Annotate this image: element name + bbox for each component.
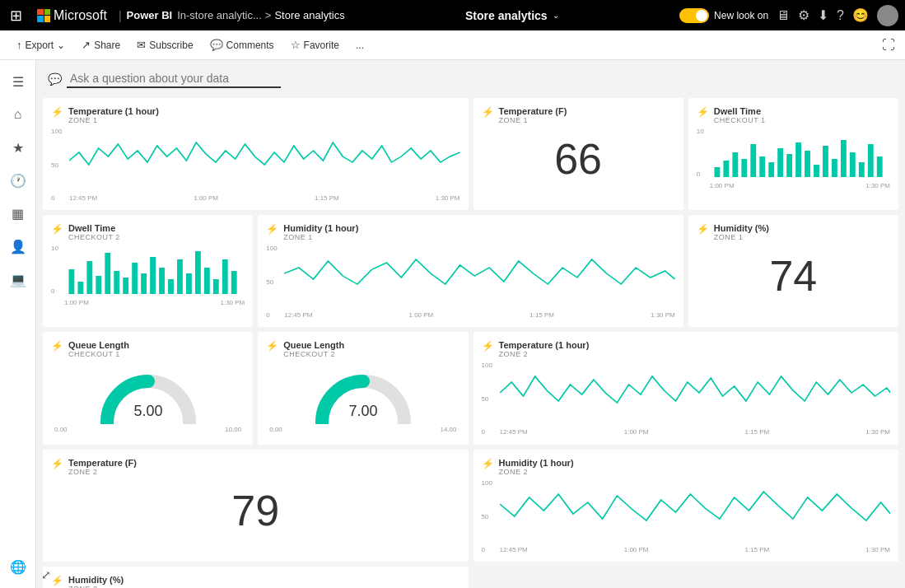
x-labels-9: 12:45 PM1:00 PM1:15 PM1:30 PM	[500, 428, 891, 436]
new-look-toggle[interactable]: New look on	[679, 8, 768, 23]
gauge-svg-1: 5.00	[95, 365, 202, 424]
gauge-min-2: 0.00	[269, 426, 282, 433]
svg-rect-9	[795, 142, 801, 177]
report-title[interactable]: Store analytics	[465, 9, 548, 22]
svg-rect-10	[805, 151, 810, 177]
sidebar-item-favorites[interactable]: ★	[3, 133, 33, 162]
svg-rect-26	[132, 263, 138, 294]
svg-rect-32	[186, 273, 192, 294]
qa-input[interactable]	[67, 70, 281, 88]
subscribe-button[interactable]: ✉ Subscribe	[130, 35, 199, 54]
line-chart-humidity1: 100500 12:45 PM1:00 PM1:15 PM1:30 PM	[266, 245, 675, 319]
fullscreen-button[interactable]: ⛶	[882, 38, 895, 53]
toggle-switch[interactable]	[679, 8, 709, 23]
expand-icon[interactable]: ⤢	[41, 568, 51, 581]
card-subtitle-12: ZONE 2	[68, 585, 124, 588]
svg-rect-12	[823, 146, 828, 177]
svg-rect-19	[68, 269, 74, 294]
help-icon[interactable]: ?	[837, 8, 844, 23]
svg-rect-27	[141, 273, 147, 294]
y-labels-1: 100500	[51, 128, 62, 202]
svg-rect-35	[213, 279, 219, 294]
svg-rect-21	[86, 261, 92, 294]
svg-rect-37	[231, 271, 237, 294]
big-number-79: 79	[51, 479, 460, 543]
card-title-3: Dwell Time	[714, 106, 766, 116]
card-title-11: Humidity (1 hour)	[499, 458, 574, 468]
emoji-icon[interactable]: 😊	[852, 7, 869, 23]
card-temp-zone1-num: ⚡ Temperature (F) ZONE 1 66	[473, 98, 683, 210]
nav-right: New look on 🖥 ⚙ ⬇ ? 😊	[679, 5, 898, 26]
apps-icon[interactable]: ⊞	[7, 7, 26, 25]
comments-button[interactable]: 💬 Comments	[203, 35, 281, 54]
content-area: 💬 ⚡ Temperature (1 hour) ZONE 1 100500	[36, 60, 905, 588]
card-subtitle-10: ZONE 2	[68, 468, 137, 476]
sidebar: ☰ ⌂ ★ 🕐 ▦ 👤 💻 🌐	[0, 60, 36, 588]
svg-rect-30	[168, 279, 174, 294]
svg-rect-1	[723, 161, 729, 177]
export-button[interactable]: ↑ Export ⌄	[10, 35, 72, 54]
sidebar-item-apps[interactable]: ▦	[3, 198, 33, 228]
report-title-chevron[interactable]: ⌄	[553, 11, 559, 20]
sidebar-item-shared[interactable]: 👤	[3, 231, 33, 261]
sidebar-item-workspaces[interactable]: 💻	[3, 264, 33, 294]
bar-chart-dwell1: 10 0	[697, 128, 890, 189]
sidebar-item-menu[interactable]: ☰	[3, 67, 33, 96]
sidebar-item-learn[interactable]: 🌐	[3, 552, 33, 581]
microsoft-brand: Microsoft	[30, 8, 114, 23]
card-title-8: Queue Length	[283, 340, 344, 350]
share-button[interactable]: ↗ Share	[75, 35, 127, 54]
new-look-label: New look on	[714, 10, 768, 21]
share-icon: ↗	[82, 39, 91, 51]
lightning-icon-7: ⚡	[51, 340, 63, 352]
powerbi-label[interactable]: Power BI	[127, 9, 173, 21]
lightning-icon-1: ⚡	[51, 106, 63, 118]
svg-rect-14	[841, 140, 847, 177]
breadcrumb-parent[interactable]: In-store analytic...	[177, 9, 262, 21]
x-labels-1: 12:45 PM1:00 PM1:15 PM1:30 PM	[69, 194, 460, 202]
share-label: Share	[94, 40, 120, 51]
svg-rect-5	[759, 156, 765, 177]
card-humidity-zone2-num: ⚡ Humidity (%) ZONE 2 69	[43, 567, 469, 588]
card-queue-checkout2: ⚡ Queue Length CHECKOUT 2 7.00 0.00	[258, 332, 468, 445]
more-button[interactable]: ...	[349, 36, 371, 54]
gauge-max-2: 14.00	[440, 426, 456, 433]
lightning-icon-8: ⚡	[266, 340, 278, 352]
subscribe-label: Subscribe	[149, 40, 193, 51]
card-temp-zone2-num: ⚡ Temperature (F) ZONE 2 79	[43, 450, 469, 562]
svg-rect-23	[105, 253, 110, 294]
y-labels-9: 100500	[482, 362, 492, 436]
card-humidity-zone1-line: ⚡ Humidity (1 hour) ZONE 1 100500 12:45 …	[258, 215, 683, 327]
card-subtitle-4: CHECKOUT 2	[68, 233, 120, 241]
line-chart-humidity2: 100500 12:45 PM1:00 PM1:15 PM1:30 PM	[482, 479, 891, 553]
download-icon[interactable]: ⬇	[818, 7, 828, 23]
svg-rect-7	[777, 148, 783, 177]
card-subtitle-9: ZONE 2	[499, 350, 590, 358]
svg-rect-24	[114, 271, 119, 294]
lightning-icon-2: ⚡	[482, 106, 494, 118]
gauge-checkout2: 7.00 0.00 14.00	[266, 362, 459, 436]
bar-svg-dwell2	[64, 245, 245, 294]
favorite-button[interactable]: ☆ Favorite	[284, 35, 346, 54]
monitor-icon[interactable]: 🖥	[777, 8, 790, 23]
card-subtitle-2: ZONE 1	[499, 116, 567, 124]
card-queue-checkout1: ⚡ Queue Length CHECKOUT 1 5.00	[43, 332, 253, 445]
lightning-icon-3: ⚡	[697, 106, 709, 118]
avatar[interactable]	[877, 5, 898, 26]
svg-text:5.00: 5.00	[133, 403, 162, 419]
sidebar-item-recent[interactable]: 🕐	[3, 166, 33, 195]
svg-rect-36	[222, 259, 228, 294]
action-bar: ↑ Export ⌄ ↗ Share ✉ Subscribe 💬 Comment…	[0, 30, 905, 60]
sidebar-item-home[interactable]: ⌂	[3, 100, 33, 129]
microsoft-label: Microsoft	[54, 8, 107, 23]
card-subtitle-3: CHECKOUT 1	[714, 116, 766, 124]
ms-logo-icon	[37, 9, 50, 22]
export-icon: ↑	[16, 39, 22, 51]
card-humidity-zone2-line: ⚡ Humidity (1 hour) ZONE 2 100500 12:45 …	[473, 450, 899, 562]
svg-rect-18	[877, 156, 883, 177]
settings-icon[interactable]: ⚙	[798, 7, 809, 23]
x-labels-11: 12:45 PM1:00 PM1:15 PM1:30 PM	[500, 546, 891, 553]
card-title-10: Temperature (F)	[68, 458, 137, 468]
card-title-9: Temperature (1 hour)	[499, 340, 590, 350]
dashboard-grid: ⚡ Temperature (1 hour) ZONE 1 100500 12:…	[43, 98, 898, 588]
